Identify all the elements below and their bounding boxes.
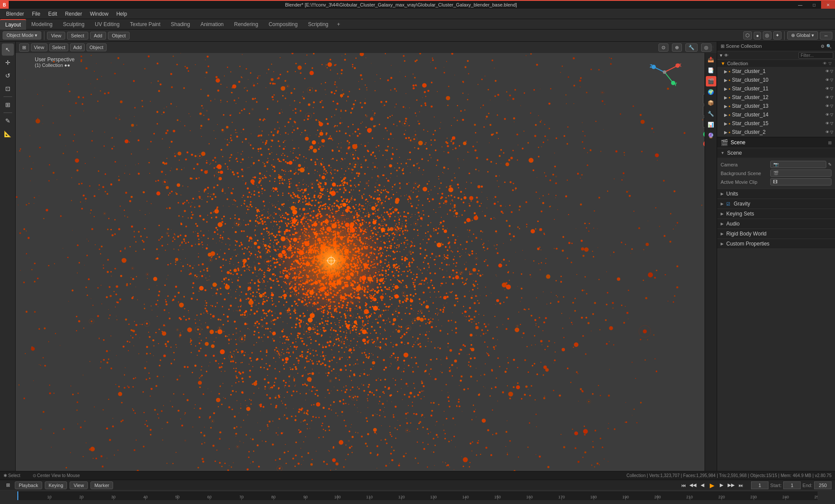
vp-object-menu[interactable]: Object [87, 43, 107, 51]
item-hide-btn[interactable]: 👁 [825, 86, 829, 91]
select-menu[interactable]: Select [67, 32, 88, 40]
item-hide-btn[interactable]: 👁 [825, 95, 829, 99]
section-rigid-body-header[interactable]: ▶ Rigid Body World [717, 229, 835, 239]
camera-value[interactable]: 📷 [770, 161, 826, 168]
prop-icon-view-layer[interactable]: 📑 [706, 65, 716, 76]
item-select-btn[interactable]: ▽ [830, 113, 833, 117]
jump-start-btn[interactable]: ⏮ [679, 481, 688, 490]
global-transform[interactable]: ⊕ Global ▾ [787, 31, 818, 40]
tab-layout[interactable]: Layout [0, 19, 26, 30]
bg-scene-value[interactable]: 🎬 [770, 169, 832, 177]
item-hide-btn[interactable]: 👁 [825, 69, 829, 73]
vp-select-menu[interactable]: Select [49, 43, 69, 51]
vp-add-menu[interactable]: Add [70, 43, 85, 51]
tool-transform[interactable]: ⊞ [2, 99, 14, 111]
maximize-button[interactable]: □ [807, 0, 821, 9]
tool-move[interactable]: ✛ [2, 56, 14, 69]
view-menu[interactable]: View [47, 32, 65, 40]
jump-prev-keyframe-btn[interactable]: ◀◀ [688, 481, 697, 490]
object-menu[interactable]: Object [108, 32, 130, 40]
tool-measure[interactable]: 📐 [2, 128, 14, 140]
object-mode-selector[interactable]: Object Mode ▾ [3, 31, 41, 40]
jump-end-btn[interactable]: ⏭ [736, 481, 745, 490]
outliner-item[interactable]: ▶ ⭑ Star_cluster_2 👁 ▽ [717, 128, 835, 136]
outliner-view-btn[interactable]: ▼ [719, 53, 723, 58]
section-keying-sets-header[interactable]: ▶ Keying Sets [717, 209, 835, 219]
tab-animation[interactable]: Animation [195, 20, 229, 29]
timeline-ruler[interactable]: 0102030405060708090100110120130140150160… [17, 491, 818, 500]
prop-icon-material[interactable]: 🔮 [706, 130, 716, 141]
item-select-btn[interactable]: ▽ [830, 104, 833, 108]
menu-render[interactable]: Render [61, 10, 85, 18]
add-menu[interactable]: Add [90, 32, 107, 40]
timeline-editor-type[interactable]: ⊞ [3, 481, 12, 490]
collection-hide-btn[interactable]: 👁 [823, 61, 827, 66]
movie-clip-value[interactable]: 🎞 [770, 178, 832, 186]
tab-shading[interactable]: Shading [166, 20, 195, 29]
prop-icon-data[interactable]: 📊 [706, 119, 716, 130]
viewport-shading-wire[interactable]: ⬡ [743, 31, 752, 40]
tab-texture-paint[interactable]: Texture Paint [125, 20, 166, 29]
outliner-item[interactable]: ▶ ⭑ Star_cluster_14 👁 ▽ [717, 110, 835, 119]
item-select-btn[interactable]: ▽ [830, 78, 833, 82]
viewport-shading-material[interactable]: ◎ [763, 31, 772, 40]
menu-window[interactable]: Window [87, 10, 112, 18]
end-frame-input[interactable] [814, 481, 832, 489]
prop-icon-object[interactable]: 📦 [706, 98, 716, 108]
scene-collection-row[interactable]: ▼ Collection 👁 ▽ [717, 60, 835, 67]
item-select-btn[interactable]: ▽ [830, 130, 833, 134]
section-gravity-header[interactable]: ▶ ☑ Gravity [717, 199, 835, 209]
close-button[interactable]: ✕ [821, 0, 835, 9]
jump-next-keyframe-btn[interactable]: ▶▶ [727, 481, 735, 490]
prop-icon-world[interactable]: 🌍 [706, 87, 716, 97]
props-expand-btn[interactable]: ⊞ [828, 140, 832, 145]
tab-scripting[interactable]: Scripting [303, 20, 334, 29]
viewport-canvas[interactable] [16, 42, 717, 480]
menu-blender[interactable]: Blender [3, 10, 27, 18]
outliner-filter-btn[interactable]: ⚙ [821, 44, 825, 49]
item-select-btn[interactable]: ▽ [830, 121, 833, 126]
prop-icon-scene[interactable]: 🎬 [706, 76, 716, 86]
gravity-checkbox[interactable]: ☑ [726, 202, 730, 206]
item-hide-btn[interactable]: 👁 [825, 121, 829, 126]
vp-view-menu[interactable]: View [31, 43, 47, 51]
outliner-item[interactable]: ▶ ⭑ Star_cluster_12 👁 ▽ [717, 93, 835, 102]
outliner-item[interactable]: ▶ ⭑ Star_cluster_15 👁 ▽ [717, 119, 835, 128]
outliner-search-btn[interactable]: 🔍 [826, 44, 832, 49]
outliner-restrict-btn[interactable]: 👁 [724, 53, 728, 58]
tool-rotate[interactable]: ↺ [2, 70, 14, 82]
viewport[interactable]: ⊞ View Select Add Object ⊙ ⊕ 🔧 ◎ User Pe… [16, 42, 717, 480]
camera-picker-btn[interactable]: ✎ [828, 162, 832, 167]
outliner-item[interactable]: ▶ ⭑ Star_cluster_13 👁 ▽ [717, 102, 835, 110]
pivot-point[interactable]: ↔ [820, 32, 832, 40]
outliner-item[interactable]: ▶ ⭑ Star_cluster_11 👁 ▽ [717, 84, 835, 93]
menu-file[interactable]: File [28, 10, 43, 18]
item-hide-btn[interactable]: 👁 [825, 113, 829, 117]
item-hide-btn[interactable]: 👁 [825, 104, 829, 108]
view-menu-tl[interactable]: View [70, 481, 88, 489]
menu-help[interactable]: Help [113, 10, 130, 18]
prop-icon-output[interactable]: 📤 [706, 54, 716, 65]
section-scene-header[interactable]: ▼ Scene [717, 148, 835, 158]
viewport-shading-solid[interactable]: ● [754, 32, 761, 40]
step-back-btn[interactable]: ◀ [698, 481, 707, 490]
prop-icon-modifier[interactable]: 🔧 [706, 109, 716, 119]
section-audio-header[interactable]: ▶ Audio [717, 219, 835, 229]
outliner-item[interactable]: ▶ ⭑ Star_cluster_10 👁 ▽ [717, 76, 835, 84]
tab-add-button[interactable]: + [334, 20, 344, 29]
tab-modeling[interactable]: Modeling [26, 20, 58, 29]
menu-edit[interactable]: Edit [45, 10, 61, 18]
outliner-item[interactable]: ▶ ⭑ Star_cluster_1 👁 ▽ [717, 67, 835, 76]
playback-menu[interactable]: Playback [15, 481, 42, 489]
step-fwd-btn[interactable]: ▶ [717, 481, 726, 490]
tool-select[interactable]: ↖ [2, 43, 14, 56]
tool-annotate[interactable]: ✎ [2, 115, 14, 127]
marker-menu[interactable]: Marker [90, 481, 113, 489]
section-custom-props-header[interactable]: ▶ Custom Properties [717, 239, 835, 249]
vp-gizmo-toggle[interactable]: ⊕ [672, 43, 682, 52]
collection-restrict-btn[interactable]: ▽ [828, 61, 832, 66]
vp-snap-toggle[interactable]: 🔧 [685, 43, 698, 52]
tab-sculpting[interactable]: Sculpting [58, 20, 90, 29]
minimize-button[interactable]: — [793, 0, 807, 9]
outliner-search-input[interactable] [798, 52, 833, 59]
